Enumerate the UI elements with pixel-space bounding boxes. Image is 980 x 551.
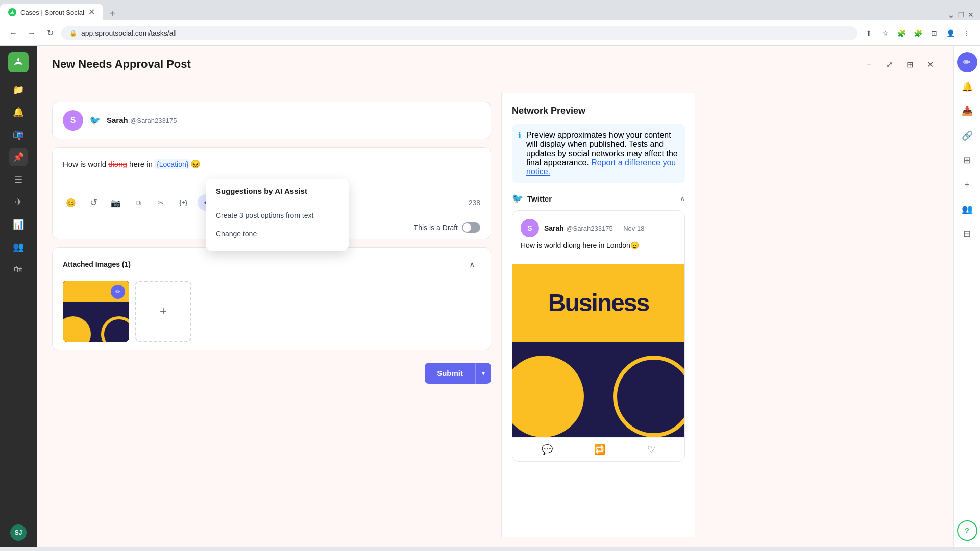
sidebar-item-pinned[interactable]: 📌	[9, 148, 28, 166]
tweet-author-info: Sarah @Sarah233175 · Nov 18	[544, 223, 644, 233]
tweet-image-preview: Business	[512, 264, 684, 437]
right-panel-icons: ✏ 🔔 📥 🔗 ⊞ + 👥 ⊟ ?	[953, 46, 980, 547]
account-card: S 🐦 Sarah @Sarah233175	[52, 102, 491, 139]
forward-button[interactable]: →	[24, 26, 39, 40]
image-thumbnail[interactable]: Business ✏	[63, 281, 129, 342]
grid-panel-button[interactable]: ⊞	[901, 56, 918, 72]
navigation-bar: ← → ↻ 🔒 app.sproutsocial.com/tasks/all ⬆…	[0, 20, 980, 46]
right-link-button[interactable]: 🔗	[957, 126, 977, 146]
sidebar-item-notifications[interactable]: 🔔	[9, 103, 28, 121]
extensions-button[interactable]: 🧩	[894, 26, 909, 40]
submit-row: Submit ▾	[52, 363, 491, 384]
sidebar-item-analytics[interactable]: 📊	[9, 215, 28, 234]
tweet-date: ·	[617, 224, 619, 232]
back-button[interactable]: ←	[6, 26, 20, 40]
sidebar-item-commerce[interactable]: 🛍	[9, 260, 28, 279]
draft-toggle[interactable]	[462, 222, 480, 233]
right-inbox-button[interactable]: 📥	[957, 101, 977, 121]
like-action[interactable]: ♡	[647, 444, 655, 455]
restore-window-button[interactable]: ❐	[958, 11, 965, 19]
tweet-business-text: Business	[548, 289, 649, 317]
new-tab-button[interactable]: +	[105, 6, 119, 20]
sidebar-item-files[interactable]: 📁	[9, 81, 28, 99]
regenerate-button[interactable]: ↺	[85, 194, 102, 211]
char-count: 238	[469, 198, 480, 207]
submit-dropdown-button[interactable]: ▾	[475, 363, 491, 384]
twitter-header-row: 🐦 Twitter ∧	[512, 193, 685, 204]
expand-panel-button[interactable]: ⤢	[881, 56, 897, 72]
compose-icon-button[interactable]: ✏	[957, 52, 977, 72]
right-users-button[interactable]: 👥	[957, 199, 977, 219]
tweet-actions: 💬 🔁 ♡	[512, 437, 684, 461]
right-add-button[interactable]: +	[957, 174, 977, 195]
app-container: 📁 🔔 📭 📌 ☰ ✈ 📊 👥 🛍 SJ New Needs Approval …	[0, 46, 980, 547]
sidebar-item-publish[interactable]: ✈	[9, 193, 28, 211]
tab-title: Cases | Sprout Social	[20, 9, 84, 16]
business-text: Business	[68, 302, 109, 313]
share-button[interactable]: ⬆	[862, 26, 876, 40]
page-header: New Needs Approval Post − ⤢ ⊞ ✕	[37, 46, 953, 83]
user-avatar[interactable]: SJ	[10, 524, 27, 541]
emoji-picker-button[interactable]: 😊	[63, 194, 79, 211]
tweet-text: How is world diong here in London😖	[521, 241, 676, 249]
reply-action[interactable]: 💬	[542, 444, 553, 455]
bookmark-button[interactable]: ☆	[878, 26, 892, 40]
profile-button[interactable]: 👤	[943, 26, 958, 40]
minimize-window-button[interactable]: ⌄	[947, 9, 955, 20]
menu-button[interactable]: ⋮	[960, 26, 974, 40]
right-table-button[interactable]: ⊟	[957, 223, 977, 244]
header-actions: − ⤢ ⊞ ✕	[861, 56, 938, 72]
dark-circle	[101, 316, 129, 342]
media-upload-button[interactable]: 📷	[108, 194, 124, 211]
minimize-panel-button[interactable]: −	[861, 56, 877, 72]
content-area: S 🐦 Sarah @Sarah233175 How is world dion…	[37, 83, 953, 547]
tab-bar: Cases | Sprout Social ✕ + ⌄ ❐ ✕	[0, 0, 980, 20]
ai-dropdown-title: Suggestions by AI Assist	[206, 187, 349, 202]
tweet-preview-card: S Sarah @Sarah233175 · Nov 18	[512, 210, 685, 462]
tweet-yellow-section: Business	[512, 264, 684, 342]
address-bar[interactable]: 🔒 app.sproutsocial.com/tasks/all	[61, 26, 857, 40]
tweet-author-name: Sarah	[544, 224, 564, 232]
tweet-body: S Sarah @Sarah233175 · Nov 18	[512, 211, 684, 264]
tab-close-button[interactable]: ✕	[88, 8, 95, 16]
nav-actions: ⬆ ☆ 🧩 🧩 ⊡ 👤 ⋮	[862, 26, 974, 40]
submit-button[interactable]: Submit	[425, 363, 475, 384]
account-name: Sarah	[107, 116, 128, 124]
collapse-twitter-button[interactable]: ∧	[680, 194, 685, 203]
active-tab[interactable]: Cases | Sprout Social ✕	[0, 4, 103, 20]
link-button[interactable]: ✂	[153, 194, 169, 211]
collapse-images-button[interactable]: ∧	[464, 256, 480, 272]
preview-info-text-container: Preview approximates how your content wi…	[526, 131, 679, 177]
bottom-scrollbar[interactable]	[0, 547, 980, 551]
text-segment-2: here in	[127, 160, 155, 168]
close-window-button[interactable]: ✕	[968, 11, 974, 19]
copy-button[interactable]: ⧉	[130, 194, 146, 211]
right-help-button[interactable]: ?	[957, 520, 977, 541]
retweet-action[interactable]: 🔁	[594, 444, 605, 455]
post-editor: S 🐦 Sarah @Sarah233175 How is world dion…	[52, 93, 491, 537]
sprout-logo[interactable]	[8, 52, 29, 72]
sidebar-item-list[interactable]: ☰	[9, 170, 28, 189]
ai-change-tone-item[interactable]: Change tone	[206, 224, 349, 243]
image-edit-button[interactable]: ✏	[111, 285, 125, 299]
text-emoji: 😖	[190, 160, 201, 168]
network-preview-panel: Network Preview ℹ Preview approximates h…	[501, 93, 695, 537]
text-segment-1: How is world	[63, 160, 108, 168]
puzzle-button[interactable]: 🧩	[911, 26, 925, 40]
right-bell-button[interactable]: 🔔	[957, 77, 977, 97]
info-icon: ℹ	[518, 131, 521, 177]
close-panel-button[interactable]: ✕	[922, 56, 938, 72]
right-grid-button[interactable]: ⊞	[957, 150, 977, 170]
twitter-section: 🐦 Twitter ∧ S Sarah	[512, 193, 685, 462]
refresh-button[interactable]: ↻	[43, 26, 57, 40]
sidebar-toggle-button[interactable]: ⊡	[927, 26, 941, 40]
account-avatar: S	[63, 110, 83, 131]
add-image-button[interactable]: +	[135, 281, 191, 342]
tweet-date-value: Nov 18	[623, 224, 644, 232]
variables-button[interactable]: {+}	[175, 194, 191, 211]
ai-create-posts-item[interactable]: Create 3 post options from text	[206, 206, 349, 224]
sidebar-item-users[interactable]: 👥	[9, 238, 28, 256]
tweet-handle: @Sarah233175	[566, 224, 612, 232]
attached-images-content: Business ✏ +	[53, 281, 491, 350]
sidebar-item-inbox[interactable]: 📭	[9, 126, 28, 144]
